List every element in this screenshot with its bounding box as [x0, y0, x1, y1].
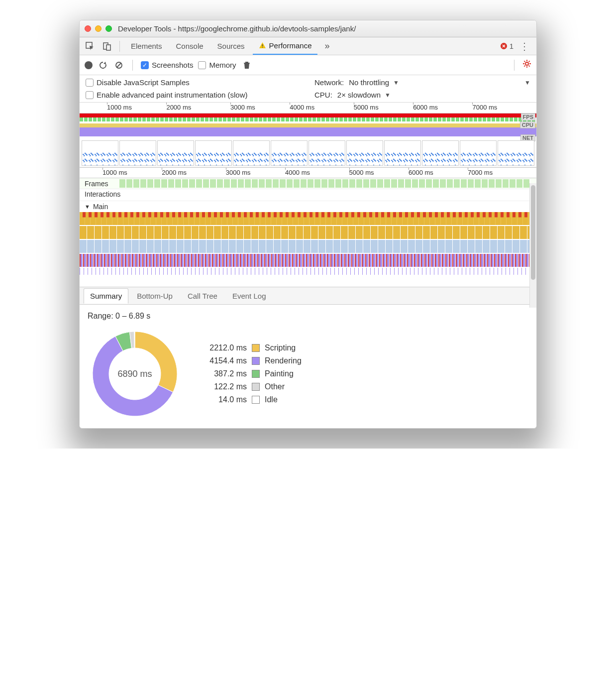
checkbox-unchecked-icon — [86, 79, 94, 87]
ruler-tick: 1000 ms — [103, 169, 127, 176]
screenshot-thumbnail[interactable] — [346, 140, 383, 166]
tab-call-tree[interactable]: Call Tree — [181, 288, 224, 304]
error-count-badge[interactable]: 1 — [500, 42, 513, 50]
network-throttling-dropdown[interactable]: No throttling ▼ — [349, 78, 399, 87]
legend-row: 4154.4 msRendering — [197, 356, 302, 365]
legend-label: Scripting — [265, 343, 296, 352]
kebab-menu-icon[interactable]: ⋮ — [515, 40, 533, 52]
fps-bars — [80, 117, 536, 121]
chevron-down-icon: ▼ — [85, 204, 90, 210]
flame-lane — [80, 254, 536, 267]
legend-label: Other — [265, 382, 285, 391]
memory-checkbox[interactable]: Memory — [198, 61, 236, 69]
timeline-area: 1000 ms 2000 ms 3000 ms 4000 ms 5000 ms … — [80, 103, 536, 287]
svg-line-18 — [524, 66, 525, 67]
tab-performance[interactable]: Performance — [253, 37, 318, 55]
screenshots-strip[interactable] — [80, 139, 536, 167]
tab-bottom-up[interactable]: Bottom-Up — [130, 288, 179, 304]
screenshot-thumbnail[interactable] — [308, 140, 345, 166]
screenshot-thumbnail[interactable] — [498, 140, 534, 166]
overview-panel[interactable]: FPS CPU NET — [80, 114, 536, 139]
donut-total-label: 6890 ms — [88, 327, 182, 421]
network-value: No throttling — [349, 78, 389, 87]
screenshot-thumbnail[interactable] — [82, 140, 118, 166]
screenshot-thumbnail[interactable] — [195, 140, 232, 166]
garbage-collect-button[interactable] — [241, 60, 252, 71]
tab-summary[interactable]: Summary — [84, 288, 128, 304]
legend-row: 14.0 msIdle — [197, 395, 302, 404]
inspect-element-icon[interactable] — [83, 39, 98, 54]
advanced-paint-label: Enable advanced paint instrumentation (s… — [97, 91, 248, 99]
ruler-tick: 2000 ms — [166, 104, 191, 111]
summary-panel: Range: 0 – 6.89 s 6890 ms 2212.0 msScrip… — [80, 305, 536, 428]
legend-swatch — [252, 383, 260, 391]
frames-label: Frames — [80, 180, 113, 188]
ruler-tick: 5000 ms — [349, 169, 374, 176]
network-label: Network: — [314, 78, 344, 87]
capture-settings-panel: Disable JavaScript Samples Network: No t… — [80, 75, 536, 103]
legend-swatch — [252, 396, 260, 404]
clear-button[interactable] — [113, 60, 124, 71]
screenshot-thumbnail[interactable] — [271, 140, 308, 166]
fps-overview-track: FPS — [80, 114, 536, 117]
screenshot-thumbnail[interactable] — [119, 140, 156, 166]
svg-line-7 — [117, 63, 121, 67]
ruler-tick: 6000 ms — [413, 104, 438, 111]
scrollbar-thumb[interactable] — [531, 185, 535, 280]
detail-ruler[interactable]: 1000 ms 2000 ms 3000 ms 4000 ms 5000 ms … — [80, 167, 536, 178]
svg-rect-4 — [262, 47, 262, 47]
ruler-tick: 4000 ms — [290, 104, 314, 111]
flame-chart[interactable] — [80, 212, 536, 287]
legend-swatch — [252, 370, 260, 378]
screenshots-checkbox[interactable]: ✓ Screenshots — [141, 61, 193, 69]
cpu-overview-track: CPU — [80, 121, 536, 136]
flame-lane — [80, 268, 536, 275]
legend-swatch — [252, 344, 260, 352]
checkbox-checked-icon: ✓ — [141, 61, 149, 69]
tab-sources[interactable]: Sources — [211, 37, 251, 55]
range-label: Range: 0 – 6.89 s — [88, 312, 528, 321]
maximize-icon[interactable] — [105, 25, 112, 32]
disable-js-samples-checkbox[interactable]: Disable JavaScript Samples — [86, 78, 190, 87]
screenshot-thumbnail[interactable] — [384, 140, 421, 166]
advanced-paint-checkbox[interactable]: Enable advanced paint instrumentation (s… — [86, 91, 248, 99]
svg-line-16 — [529, 66, 530, 67]
interactions-section[interactable]: Interactions — [80, 189, 536, 201]
legend-value: 4154.4 ms — [197, 356, 247, 365]
record-button[interactable] — [85, 61, 93, 69]
devtools-window: Developer Tools - https://googlechrome.g… — [79, 20, 537, 429]
tab-console[interactable]: Console — [170, 37, 209, 55]
reload-button[interactable] — [98, 60, 108, 71]
cpu-throttling-dropdown[interactable]: 2× slowdown ▼ — [337, 91, 391, 99]
tab-elements[interactable]: Elements — [125, 37, 168, 55]
legend-value: 2212.0 ms — [197, 343, 247, 352]
overview-ruler[interactable]: 1000 ms 2000 ms 3000 ms 4000 ms 5000 ms … — [80, 103, 536, 114]
screenshot-thumbnail[interactable] — [157, 140, 194, 166]
screenshot-thumbnail[interactable] — [422, 140, 459, 166]
vertical-scrollbar[interactable] — [529, 183, 536, 308]
frames-bars — [119, 179, 530, 188]
cpu-track-label: CPU — [520, 121, 535, 128]
main-section-header[interactable]: ▼ Main — [80, 201, 536, 212]
close-icon[interactable] — [85, 25, 91, 32]
summary-tabbar: Summary Bottom-Up Call Tree Event Log — [80, 287, 536, 305]
flame-lane — [80, 212, 536, 225]
more-tabs-icon[interactable]: » — [319, 39, 334, 54]
window-titlebar: Developer Tools - https://googlechrome.g… — [80, 20, 536, 37]
frames-section[interactable]: Frames — [80, 178, 536, 189]
capture-settings-button[interactable] — [522, 59, 531, 71]
svg-rect-8 — [245, 62, 248, 63]
disable-js-label: Disable JavaScript Samples — [97, 78, 190, 87]
ruler-tick: 1000 ms — [107, 104, 132, 111]
devtools-tabbar: Elements Console Sources Performance » 1… — [80, 37, 536, 55]
divider — [132, 60, 133, 71]
flame-lane — [80, 240, 536, 253]
tab-event-log[interactable]: Event Log — [226, 288, 273, 304]
screenshot-thumbnail[interactable] — [233, 140, 270, 166]
minimize-icon[interactable] — [95, 25, 102, 32]
legend-label: Painting — [265, 369, 294, 378]
screenshot-thumbnail[interactable] — [460, 140, 497, 166]
legend-row: 2212.0 msScripting — [197, 343, 302, 352]
main-label: Main — [93, 203, 108, 211]
toggle-device-icon[interactable] — [100, 39, 114, 54]
